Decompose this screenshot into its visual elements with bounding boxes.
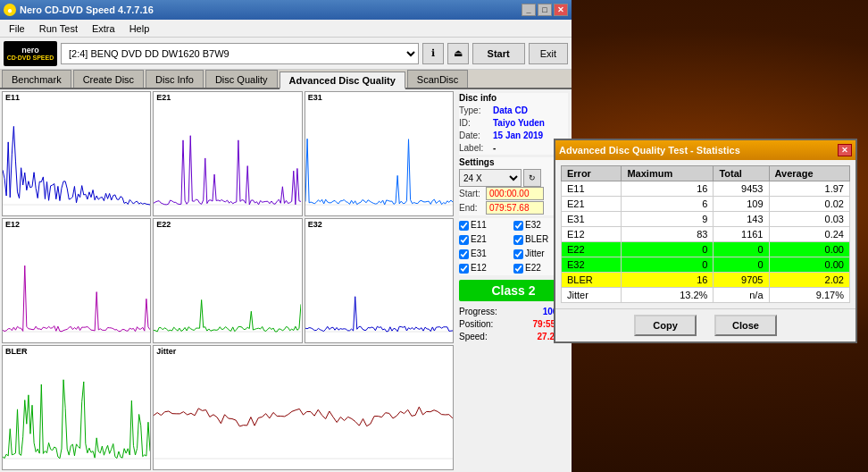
settings-title: Settings xyxy=(459,157,568,167)
menu-run-test[interactable]: Run Test xyxy=(32,22,85,35)
col-total: Total xyxy=(714,166,769,181)
menu-extra[interactable]: Extra xyxy=(85,22,122,35)
disc-date-val: 15 Jan 2019 xyxy=(493,130,543,142)
end-time-field[interactable] xyxy=(486,201,544,215)
col-error: Error xyxy=(562,166,622,181)
cb-e31-label: E31 xyxy=(471,247,487,261)
cb-e11[interactable] xyxy=(459,221,469,231)
chart-e12: E12 xyxy=(2,218,151,343)
tab-disc-info[interactable]: Disc Info xyxy=(146,70,204,88)
disc-label-val: - xyxy=(493,142,496,155)
cb-e31-row: E31 xyxy=(459,247,513,261)
progress-section: Progress: 100 % Position: 79:55.00 Speed… xyxy=(459,306,568,343)
disc-id-val: Taiyo Yuden xyxy=(493,117,545,130)
stats-cell-error: E12 xyxy=(562,227,622,242)
stats-cell-error: E21 xyxy=(562,197,622,212)
start-time-row: Start: xyxy=(459,187,568,200)
disc-date-label: Date: xyxy=(459,130,491,142)
dialog-close-x[interactable]: ✕ xyxy=(838,144,852,156)
chart-e11-label: E11 xyxy=(5,93,20,102)
close-button[interactable]: ✕ xyxy=(554,4,568,16)
chart-e31-label: E31 xyxy=(308,93,322,102)
cb-e31[interactable] xyxy=(459,249,469,259)
stats-cell-total: 1161 xyxy=(714,227,769,242)
start-button[interactable]: Start xyxy=(472,43,525,64)
menu-bar: File Run Test Extra Help xyxy=(0,20,572,38)
chart-e21: E21 xyxy=(153,91,302,216)
stats-tbody: E111694531.97E2161090.02E3191430.03E1283… xyxy=(562,181,850,303)
disc-label-row: Label: - xyxy=(459,142,568,155)
maximize-button[interactable]: □ xyxy=(538,4,552,16)
drive-info-button[interactable]: ℹ xyxy=(422,43,444,64)
chart-e32-label: E32 xyxy=(308,220,322,229)
cb-bler[interactable] xyxy=(513,235,523,245)
chart-e12-canvas xyxy=(3,219,150,342)
chart-e22-label: E22 xyxy=(156,220,171,229)
stats-cell-error: E22 xyxy=(562,242,622,257)
chart-jitter-label: Jitter xyxy=(156,347,176,356)
dialog-content: Error Maximum Total Average E111694531.9… xyxy=(555,160,855,308)
chart-bler: BLER xyxy=(2,345,151,470)
speed-select[interactable]: 24 X 16 X 8 X 4 X Max xyxy=(459,169,522,187)
start-time-field[interactable] xyxy=(486,187,544,200)
stats-row: E3191430.03 xyxy=(562,212,850,227)
window-controls: _ □ ✕ xyxy=(522,4,568,16)
checkboxes-grid: E11 E32 E21 BLER xyxy=(459,218,568,275)
chart-e31: E31 xyxy=(305,91,454,216)
tab-disc-quality[interactable]: Disc Quality xyxy=(205,70,278,88)
end-time-label: End: xyxy=(459,203,484,213)
refresh-button[interactable]: ↻ xyxy=(523,169,541,187)
dialog-buttons: Copy Close xyxy=(555,308,855,341)
disc-type-row: Type: Data CD xyxy=(459,105,568,117)
cb-jitter[interactable] xyxy=(513,249,523,259)
menu-help[interactable]: Help xyxy=(122,22,157,35)
drive-select[interactable]: [2:4] BENQ DVD DD DW1620 B7W9 xyxy=(61,43,419,64)
progress-label: Progress: xyxy=(459,306,497,318)
end-time-row: End: xyxy=(459,201,568,215)
disc-id-row: ID: Taiyo Yuden xyxy=(459,117,568,130)
app-title: Nero CD-DVD Speed 4.7.7.16 xyxy=(20,4,522,15)
stats-cell-total: 0 xyxy=(714,242,769,257)
speed-row: 24 X 16 X 8 X 4 X Max ↻ xyxy=(459,169,568,187)
nero-logo-text: nero xyxy=(21,46,39,55)
cb-e21[interactable] xyxy=(459,235,469,245)
stats-cell-total: 109 xyxy=(714,197,769,212)
cb-e21-label: E21 xyxy=(471,232,487,247)
stats-cell-maximum: 6 xyxy=(622,197,714,212)
charts-area: E11 E21 E31 E12 E22 E32 xyxy=(0,89,455,472)
stats-cell-average: 9.17% xyxy=(769,288,850,303)
chart-e21-label: E21 xyxy=(156,93,171,102)
cb-e12[interactable] xyxy=(459,264,469,274)
col-average: Average xyxy=(769,166,850,181)
disc-info-section: Disc info Type: Data CD ID: Taiyo Yuden … xyxy=(459,93,568,155)
cb-e12-label: E12 xyxy=(471,261,487,275)
exit-button[interactable]: Exit xyxy=(529,43,568,64)
disc-date-row: Date: 15 Jan 2019 xyxy=(459,130,568,142)
tab-create-disc[interactable]: Create Disc xyxy=(73,70,144,88)
checkboxes-section: E11 E32 E21 BLER xyxy=(459,218,568,275)
stats-cell-error: E11 xyxy=(562,181,622,197)
cb-e32[interactable] xyxy=(513,221,523,231)
minimize-button[interactable]: _ xyxy=(522,4,536,16)
copy-button[interactable]: Copy xyxy=(634,315,697,336)
stats-cell-error: E32 xyxy=(562,257,622,273)
chart-bler-label: BLER xyxy=(5,347,28,356)
stats-cell-error: Jitter xyxy=(562,288,622,303)
menu-file[interactable]: File xyxy=(2,22,32,35)
tab-advanced-disc-quality[interactable]: Advanced Disc Quality xyxy=(280,72,405,89)
stats-cell-average: 0.00 xyxy=(769,242,850,257)
stats-cell-average: 0.02 xyxy=(769,197,850,212)
app-icon: ● xyxy=(4,4,16,16)
chart-e11-canvas xyxy=(3,92,150,215)
chart-bler-canvas xyxy=(3,346,150,469)
tab-scandisc[interactable]: ScanDisc xyxy=(407,70,468,88)
stats-row: E32000.00 xyxy=(562,257,850,273)
eject-button[interactable]: ⏏ xyxy=(447,43,469,64)
tab-benchmark[interactable]: Benchmark xyxy=(2,70,71,88)
cb-e22[interactable] xyxy=(513,264,523,274)
close-button[interactable]: Close xyxy=(714,315,777,336)
chart-e12-label: E12 xyxy=(5,220,20,229)
chart-e32: E32 xyxy=(305,218,454,343)
stats-cell-average: 0.03 xyxy=(769,212,850,227)
stats-cell-total: n/a xyxy=(714,288,769,303)
